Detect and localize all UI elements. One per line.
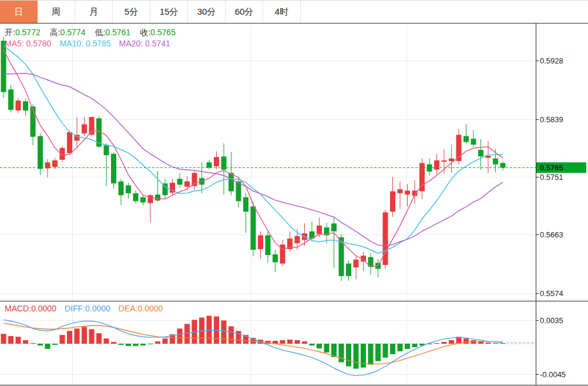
macd-bar [390, 344, 395, 354]
macd-value: 0.0000 [31, 304, 56, 313]
candle-body [214, 157, 219, 166]
candle-body [67, 132, 72, 153]
macd-bar [346, 344, 351, 367]
ma5-value: 0.5780 [26, 39, 52, 48]
candle-body [82, 125, 87, 134]
macd-bar [442, 342, 447, 344]
candle-body [184, 182, 190, 187]
macd-bar [302, 341, 307, 344]
high-value: 0.5774 [61, 28, 86, 37]
macd-bar [119, 344, 124, 345]
candle-body [8, 89, 14, 110]
macd-bar [324, 344, 330, 353]
dea-value: 0.0000 [137, 304, 163, 313]
diff-line [4, 320, 503, 375]
kline-app: 日周月5分15分30分60分4时 0.59280.58390.57510.566… [0, 0, 588, 386]
candle-body [471, 139, 476, 145]
macd-bar [221, 320, 227, 344]
candle-body [493, 159, 498, 165]
ma-readout: MA5: 0.5780MA10: 0.5785MA20: 0.5741 [5, 39, 179, 48]
diff-label: DIFF: [65, 304, 85, 313]
macd-bar [368, 344, 374, 365]
high-label: 高: [50, 28, 61, 38]
macd-bar [163, 338, 168, 344]
ma20-value: 0.5741 [145, 39, 170, 48]
close-label: 收: [140, 28, 150, 38]
candle-body [31, 106, 36, 137]
candle-body [207, 162, 212, 167]
tab-4时[interactable]: 4时 [263, 1, 301, 23]
candle-body [104, 145, 109, 155]
candle-body [463, 136, 469, 142]
price-axis-label: 0.5928 [540, 56, 563, 65]
candle-body [16, 100, 21, 110]
tab-60分[interactable]: 60分 [226, 1, 263, 23]
tab-日[interactable]: 日 [0, 1, 38, 23]
macd-bar [236, 331, 241, 344]
macd-bar [310, 344, 315, 345]
macd-bar [287, 340, 293, 344]
candle-body [405, 191, 410, 195]
macd-bar [207, 316, 212, 344]
macd-bar [463, 338, 469, 344]
macd-bar [82, 327, 87, 344]
candle-body [52, 160, 58, 167]
dea-label: DEA: [119, 304, 138, 313]
candle-body [449, 159, 454, 162]
macd-bar [75, 328, 80, 344]
tab-月[interactable]: 月 [75, 1, 113, 23]
macd-bar [434, 343, 439, 344]
candle-body [38, 136, 43, 169]
ma5-label: MA5: [5, 39, 24, 48]
candle-body [266, 236, 271, 256]
macd-bar [229, 326, 234, 344]
macd-bar [52, 344, 58, 345]
macd-bar [493, 343, 498, 344]
candle-body [119, 182, 124, 196]
macd-bar [1, 334, 6, 344]
open-value: 0.5772 [15, 28, 41, 37]
macd-bar [354, 344, 359, 369]
price-axis-label: 0.5574 [540, 289, 563, 298]
candle-body [140, 197, 146, 203]
macd-bar [45, 344, 51, 349]
candle-body [192, 173, 197, 186]
macd-bar [317, 344, 322, 348]
candle-body [383, 212, 388, 265]
macd-bar [449, 340, 454, 344]
candle-body [398, 189, 403, 193]
macd-axis-label: -0.0045 [540, 370, 566, 379]
open-label: 开: [5, 28, 15, 38]
candle-body [427, 165, 432, 172]
macd-axis-label: 0.0035 [540, 316, 563, 325]
candle-body [133, 193, 139, 201]
tab-30分[interactable]: 30分 [188, 1, 226, 23]
macd-bar [111, 342, 116, 344]
candle-body [251, 206, 256, 250]
price-axis-label: 0.5663 [540, 230, 563, 239]
low-label: 低: [95, 28, 105, 38]
macd-bar [96, 333, 102, 344]
macd-bar [155, 341, 160, 344]
macd-bar [148, 344, 153, 344]
candle-body [243, 197, 248, 212]
candle-body [500, 163, 506, 168]
macd-bar [38, 344, 43, 345]
macd-bar [23, 340, 28, 344]
macd-bar [486, 343, 491, 344]
tab-15分[interactable]: 15分 [150, 1, 188, 23]
tab-周[interactable]: 周 [38, 1, 75, 23]
macd-bar [383, 344, 388, 358]
tab-5分[interactable]: 5分 [113, 1, 150, 23]
candle-body [354, 260, 359, 267]
macd-readout: MACD:0.0000DIFF:0.0000DEA:0.0000 [5, 304, 171, 313]
candle-body [177, 179, 183, 184]
macd-bar [140, 344, 146, 345]
candle-body [229, 173, 234, 191]
candle-body [331, 223, 337, 231]
candle-body [155, 194, 160, 200]
candle-body [317, 226, 322, 234]
macd-bar [133, 344, 139, 346]
kline-chart-canvas[interactable]: 0.59280.58390.57510.56630.55740.0035-0.0… [0, 0, 588, 386]
macd-bar [104, 338, 109, 344]
